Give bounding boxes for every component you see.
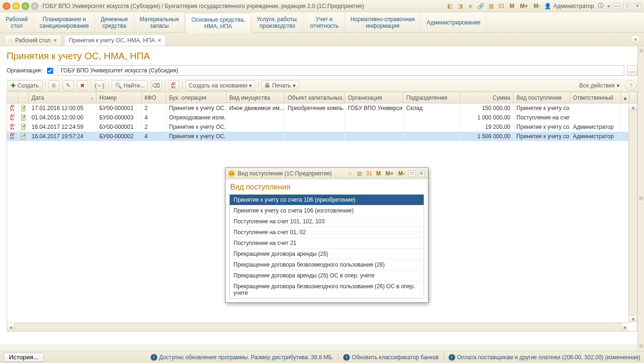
dtkt-icon: ДтКт bbox=[171, 82, 176, 89]
modal-close[interactable]: ✕ bbox=[418, 170, 425, 177]
tab-acceptance[interactable]: Принятия к учету ОС, НМА, НПА × bbox=[64, 34, 167, 46]
list-item[interactable]: Поступление на счет 01, 02 bbox=[230, 227, 424, 238]
scroll-right-icon[interactable]: ▸ bbox=[621, 323, 628, 331]
col-number[interactable]: Номер bbox=[97, 92, 142, 103]
org-input[interactable]: ГОБУ ВПО Университет искусств (Субсидия) bbox=[57, 65, 624, 76]
calc-icon[interactable]: ▦ bbox=[487, 2, 495, 10]
dtkt-button[interactable]: ДтКт bbox=[168, 80, 179, 91]
col-entry[interactable]: Вид поступления bbox=[514, 92, 570, 103]
modal-calendar-icon[interactable]: 31 bbox=[365, 170, 373, 177]
col-resp[interactable]: Ответственный bbox=[570, 92, 621, 103]
side-rail[interactable] bbox=[637, 46, 644, 351]
col-kfo[interactable]: КФО bbox=[142, 92, 166, 103]
clear-find-button[interactable]: ⌫ bbox=[151, 80, 162, 91]
modal-m[interactable]: M bbox=[375, 170, 382, 177]
table-row[interactable]: ДтКт16.04.2017 12:24:59БУ00-0000012Приня… bbox=[7, 122, 637, 132]
create-based-button[interactable]: Создать на основании▾ bbox=[185, 80, 256, 91]
win-close[interactable]: ✕ bbox=[634, 3, 641, 9]
nav-accounting[interactable]: Учет иотчетность bbox=[304, 12, 345, 32]
tab-desktop[interactable]: ⌂ Рабочий стол × bbox=[4, 34, 62, 46]
modal-fav-icon[interactable]: ☆ bbox=[346, 170, 354, 177]
calendar-icon[interactable]: 31 bbox=[498, 2, 505, 10]
copy-button[interactable]: ⎘ bbox=[48, 80, 60, 91]
toolbar: ✚Создать ⎘ ✎ ✖ (↔) 🔍Найти... ⌫ ДтКт Созд… bbox=[7, 79, 637, 92]
table-row[interactable]: ДтКт01.04.2016 12:00:00БУ00-0000034Оприх… bbox=[7, 113, 637, 122]
nav-refs[interactable]: Нормативно-справочнаяинформация bbox=[345, 12, 421, 32]
tb-grey-icon[interactable] bbox=[31, 2, 39, 10]
nav-assets[interactable]: Основные средства,НМА, НПА bbox=[185, 13, 251, 33]
win-min[interactable]: — bbox=[613, 3, 620, 9]
table-row[interactable]: ДтКт16.04.2017 19:57:24БУ00-0000024Приня… bbox=[7, 132, 637, 141]
table-row[interactable]: ДтКт17.01.2016 12:00:05БУ00-0000012Приня… bbox=[7, 103, 637, 113]
tb-yellow-icon[interactable] bbox=[12, 2, 20, 10]
all-actions-button[interactable]: Все действия▾ bbox=[577, 80, 622, 91]
col-date[interactable]: Дата bbox=[29, 92, 97, 103]
dtkt-icon: ДтКт bbox=[10, 123, 15, 131]
nav-planning[interactable]: Планирование исанкционирование bbox=[34, 12, 95, 32]
edit-button[interactable]: ✎ bbox=[63, 80, 74, 91]
status-update-link[interactable]: iДоступно обновление программы. Размер д… bbox=[151, 354, 333, 361]
mem-m[interactable]: M bbox=[508, 3, 515, 9]
tabs-menu-button[interactable]: ▾ bbox=[631, 35, 640, 44]
mem-mminus[interactable]: M- bbox=[532, 3, 541, 9]
info-icon[interactable]: ⓘ bbox=[597, 2, 604, 10]
tb-green-icon[interactable] bbox=[22, 2, 29, 10]
list-item[interactable]: Поступление на счет 101, 102, 103 bbox=[230, 216, 424, 227]
close-icon[interactable]: × bbox=[54, 37, 57, 44]
nav-services[interactable]: Услуги, работы,производство bbox=[251, 12, 304, 32]
nav-materials[interactable]: Материальныезапасы bbox=[134, 12, 185, 32]
create-button[interactable]: ✚Создать bbox=[8, 80, 42, 91]
status-banks-link[interactable]: iОбновить классификатор банков bbox=[343, 354, 438, 361]
vscrollbar[interactable]: ▴ ▾ bbox=[628, 103, 637, 323]
link-icon[interactable]: 🔗 bbox=[477, 2, 484, 10]
status-payments-link[interactable]: iОплата поставщикам и другие платежи (20… bbox=[449, 354, 640, 361]
org-select-button[interactable]: … bbox=[627, 65, 637, 76]
nav-desktop[interactable]: Рабочийстол bbox=[0, 12, 34, 32]
nav-money[interactable]: Денежныесредства bbox=[95, 12, 134, 32]
nav-back-icon[interactable]: ◧ bbox=[446, 2, 453, 10]
scroll-up-icon[interactable]: ▴ bbox=[629, 103, 637, 111]
one-c-icon: 1c bbox=[228, 170, 235, 177]
win-max[interactable]: □ bbox=[623, 3, 631, 9]
info-icon: i bbox=[449, 354, 455, 361]
scroll-left-icon[interactable]: ◂ bbox=[7, 323, 15, 331]
nav-admin[interactable]: Администрирование bbox=[421, 12, 486, 32]
col-asset[interactable]: Вид имущества bbox=[226, 92, 285, 103]
history-button[interactable]: История... bbox=[4, 353, 44, 362]
list-item[interactable]: Прекращение договора безвозмездного поль… bbox=[230, 281, 424, 298]
delete-button[interactable]: ✖ bbox=[77, 80, 88, 91]
list-item[interactable]: Прекращение договора аренды (25) ОС в оп… bbox=[230, 270, 424, 281]
favorite-icon[interactable]: ★ bbox=[467, 2, 474, 10]
info-icon: i bbox=[151, 354, 157, 361]
list-item[interactable]: Поступление на счет 21 bbox=[230, 238, 424, 249]
col-org[interactable]: Организация bbox=[345, 92, 403, 103]
tb-red-icon[interactable] bbox=[3, 2, 10, 10]
mem-mplus[interactable]: M+ bbox=[518, 3, 529, 9]
col-obj[interactable]: Объект капитальных... bbox=[285, 92, 345, 103]
titlebar: ГОБУ ВПО Университет искусств (Субсидия)… bbox=[0, 0, 644, 12]
copy-icon: ⎘ bbox=[52, 82, 56, 89]
print-button[interactable]: 🖶Печать▾ bbox=[261, 80, 298, 91]
refresh-button[interactable]: (↔) bbox=[94, 80, 105, 91]
find-button[interactable]: 🔍Найти... bbox=[112, 80, 148, 91]
col-sum[interactable]: Сумма bbox=[460, 92, 514, 103]
close-icon[interactable]: × bbox=[158, 37, 161, 44]
list-item[interactable]: Прекращение договора безвозмездного поль… bbox=[230, 260, 424, 270]
help-button[interactable]: ? bbox=[625, 80, 636, 91]
list-item[interactable]: Принятие к учету со счета 106 (приобрете… bbox=[230, 195, 424, 205]
modal-mplus[interactable]: M+ bbox=[384, 170, 395, 177]
scroll-down-icon[interactable]: ▾ bbox=[629, 315, 637, 323]
hscrollbar[interactable]: ◂ ▸ bbox=[7, 323, 628, 331]
org-checkbox[interactable] bbox=[47, 68, 53, 74]
user-badge[interactable]: 👤 Администратор bbox=[544, 3, 594, 9]
col-op[interactable]: Бух. операция bbox=[166, 92, 226, 103]
nav-fwd-icon[interactable]: ◨ bbox=[456, 2, 464, 10]
dtkt-icon: ДтКт bbox=[10, 133, 15, 140]
col-scroll: ▴ bbox=[621, 92, 629, 103]
modal-mminus[interactable]: M- bbox=[397, 170, 406, 177]
modal-calc-icon[interactable]: ▦ bbox=[356, 170, 363, 177]
modal-max[interactable]: □ bbox=[408, 170, 416, 177]
list-item[interactable]: Прекращение договора аренды (25) bbox=[230, 249, 424, 260]
col-dept[interactable]: Подразделение bbox=[403, 92, 460, 103]
list-item[interactable]: Принятие к учету со счета 106 (изготовле… bbox=[230, 205, 424, 216]
